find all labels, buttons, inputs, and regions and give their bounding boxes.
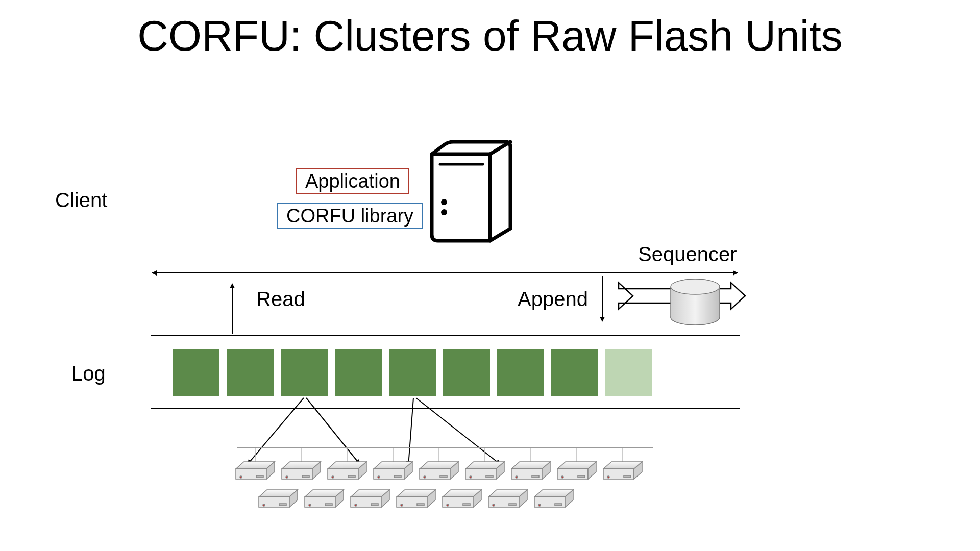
log-block-pending [605,349,652,396]
log-block [497,349,544,396]
svg-point-29 [516,476,518,478]
svg-point-31 [561,476,564,478]
log-block [173,349,219,396]
svg-rect-42 [417,504,424,506]
svg-point-19 [286,476,288,478]
log-block [281,349,328,396]
svg-point-35 [263,504,265,506]
svg-point-27 [470,476,472,478]
svg-point-17 [240,476,242,478]
log-block [443,349,490,396]
append-label: Append [518,288,588,311]
diagram-svg [0,0,980,551]
svg-point-23 [378,476,380,478]
read-label: Read [256,288,305,311]
log-label: Log [71,362,106,385]
log-block [227,349,274,396]
svg-rect-30 [532,475,539,478]
svg-point-37 [309,504,311,506]
svg-rect-18 [256,475,263,478]
svg-rect-32 [578,475,585,478]
slide-title: CORFU: Clusters of Raw Flash Units [0,11,980,61]
svg-rect-46 [509,504,516,506]
svg-point-21 [332,476,334,478]
svg-point-47 [538,504,541,506]
svg-point-39 [355,504,357,506]
svg-rect-38 [325,504,332,506]
slide: CORFU: Clusters of Raw Flash Units Clien… [0,0,980,551]
svg-rect-40 [371,504,378,506]
svg-rect-22 [348,475,355,478]
svg-point-33 [607,476,609,478]
svg-point-2 [671,310,720,325]
svg-rect-28 [486,475,493,478]
svg-rect-24 [394,475,401,478]
corfu-library-box: CORFU library [277,203,423,229]
svg-rect-26 [440,475,447,478]
log-band-top-rule [151,335,740,336]
database-cylinder-icon [671,279,720,325]
svg-rect-44 [463,504,470,506]
sequencer-label: Sequencer [638,243,737,266]
log-block [551,349,598,396]
svg-point-45 [493,504,495,506]
svg-rect-48 [555,504,562,506]
log-band-bottom-rule [151,408,740,409]
client-label: Client [55,189,107,212]
svg-point-25 [424,476,426,478]
svg-point-41 [401,504,403,506]
svg-point-0 [441,199,447,205]
double-arrow-icon [619,283,745,309]
server-tower-icon [432,142,510,241]
log-blocks-row [173,349,652,396]
svg-rect-20 [302,475,309,478]
svg-point-43 [447,504,449,506]
log-block [335,349,382,396]
log-block [389,349,436,396]
application-box: Application [296,168,409,194]
flash-units-group [236,448,642,507]
svg-rect-34 [624,475,631,478]
svg-point-3 [671,279,720,294]
svg-rect-36 [279,504,286,506]
svg-point-1 [441,209,447,215]
